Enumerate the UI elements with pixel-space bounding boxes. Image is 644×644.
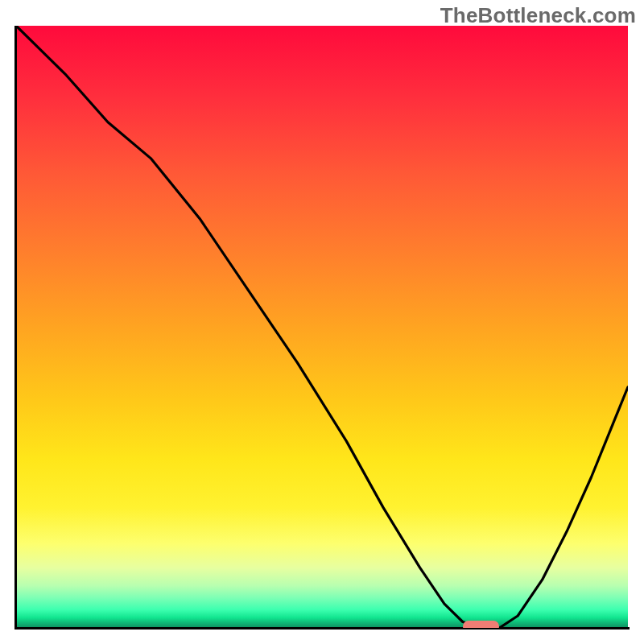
plot-area	[16, 26, 628, 628]
x-axis	[14, 627, 630, 630]
bottleneck-curve	[16, 26, 628, 628]
watermark-text: TheBottleneck.com	[440, 3, 636, 28]
optimum-marker	[463, 621, 500, 628]
chart-frame: TheBottleneck.com	[0, 0, 644, 644]
y-axis	[14, 26, 17, 628]
